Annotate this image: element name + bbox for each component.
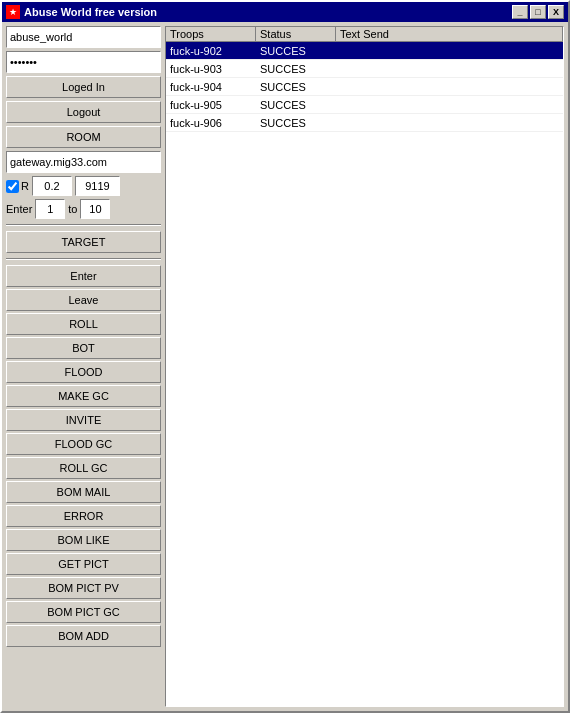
maximize-button[interactable]: □ [530, 5, 546, 19]
gateway-input[interactable] [6, 151, 161, 173]
action-btn-invite[interactable]: INVITE [6, 409, 161, 431]
cell-troops: fuck-u-903 [166, 63, 256, 75]
title-bar: ★ Abuse World free version _ □ X [2, 2, 568, 22]
action-btn-get-pict[interactable]: GET PICT [6, 553, 161, 575]
r-value-input[interactable] [32, 176, 72, 196]
divider-2 [6, 258, 161, 260]
action-btn-roll-gc[interactable]: ROLL GC [6, 457, 161, 479]
enter-to-row: Enter to [6, 199, 161, 219]
table-body[interactable]: fuck-u-902SUCCESfuck-u-903SUCCESfuck-u-9… [166, 42, 563, 706]
logout-button[interactable]: Logout [6, 101, 161, 123]
action-btn-enter[interactable]: Enter [6, 265, 161, 287]
minimize-button[interactable]: _ [512, 5, 528, 19]
content-area: Loged In Logout ROOM R Enter to TARGET [2, 22, 568, 711]
action-btn-bom-pict-gc[interactable]: BOM PICT GC [6, 601, 161, 623]
action-btn-bom-like[interactable]: BOM LIKE [6, 529, 161, 551]
table-row[interactable]: fuck-u-905SUCCES [166, 96, 563, 114]
action-btn-make-gc[interactable]: MAKE GC [6, 385, 161, 407]
action-btn-flood[interactable]: FLOOD [6, 361, 161, 383]
cell-troops: fuck-u-906 [166, 117, 256, 129]
action-btn-bot[interactable]: BOT [6, 337, 161, 359]
cell-status: SUCCES [256, 99, 336, 111]
cell-troops: fuck-u-905 [166, 99, 256, 111]
enter-from-input[interactable] [35, 199, 65, 219]
table-row[interactable]: fuck-u-903SUCCES [166, 60, 563, 78]
action-btn-bom-mail[interactable]: BOM MAIL [6, 481, 161, 503]
right-panel: Troops Status Text Send fuck-u-902SUCCES… [165, 26, 564, 707]
col-status: Status [256, 27, 336, 41]
action-btn-bom-add[interactable]: BOM ADD [6, 625, 161, 647]
left-panel: Loged In Logout ROOM R Enter to TARGET [6, 26, 161, 707]
r-num-input[interactable] [75, 176, 120, 196]
action-btn-flood-gc[interactable]: FLOOD GC [6, 433, 161, 455]
action-btn-roll[interactable]: ROLL [6, 313, 161, 335]
divider-1 [6, 224, 161, 226]
enter-to-input[interactable] [80, 199, 110, 219]
cell-troops: fuck-u-904 [166, 81, 256, 93]
cell-status: SUCCES [256, 117, 336, 129]
enter-label: Enter [6, 203, 32, 215]
app-icon: ★ [6, 5, 20, 19]
title-bar-left: ★ Abuse World free version [6, 5, 157, 19]
r-checkbox-label: R [6, 180, 29, 193]
login-button[interactable]: Loged In [6, 76, 161, 98]
room-button[interactable]: ROOM [6, 126, 161, 148]
r-row: R [6, 176, 161, 196]
username-input[interactable] [6, 26, 161, 48]
action-btn-leave[interactable]: Leave [6, 289, 161, 311]
action-btn-bom-pict-pv[interactable]: BOM PICT PV [6, 577, 161, 599]
col-troops: Troops [166, 27, 256, 41]
title-buttons: _ □ X [512, 5, 564, 19]
table-row[interactable]: fuck-u-904SUCCES [166, 78, 563, 96]
main-window: ★ Abuse World free version _ □ X Loged I… [0, 0, 570, 713]
target-button[interactable]: TARGET [6, 231, 161, 253]
action-btn-error[interactable]: ERROR [6, 505, 161, 527]
close-button[interactable]: X [548, 5, 564, 19]
col-textsend: Text Send [336, 27, 563, 41]
action-buttons: EnterLeaveROLLBOTFLOODMAKE GCINVITEFLOOD… [6, 265, 161, 649]
cell-troops: fuck-u-902 [166, 45, 256, 57]
cell-status: SUCCES [256, 45, 336, 57]
password-input[interactable] [6, 51, 161, 73]
table-row[interactable]: fuck-u-906SUCCES [166, 114, 563, 132]
cell-status: SUCCES [256, 81, 336, 93]
table-header: Troops Status Text Send [166, 27, 563, 42]
r-checkbox[interactable] [6, 180, 19, 193]
window-title: Abuse World free version [24, 6, 157, 18]
to-label: to [68, 203, 77, 215]
cell-status: SUCCES [256, 63, 336, 75]
table-row[interactable]: fuck-u-902SUCCES [166, 42, 563, 60]
r-label: R [21, 180, 29, 192]
